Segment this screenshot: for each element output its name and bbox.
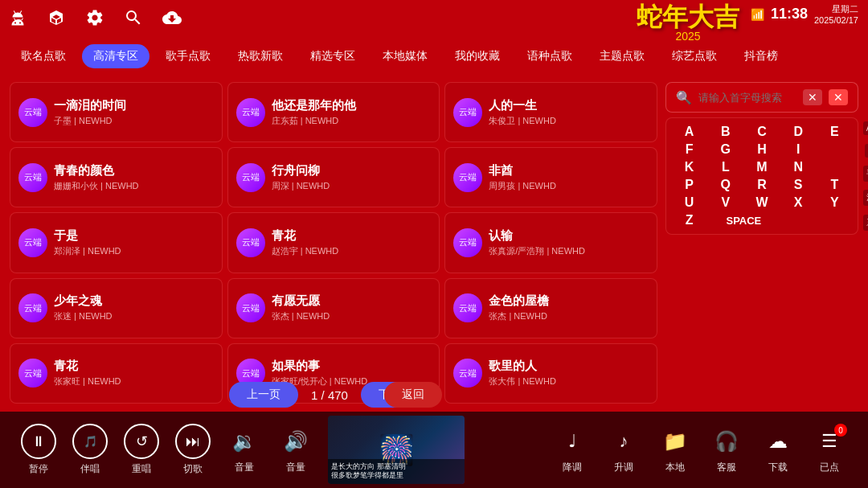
song-card[interactable]: 云端 行舟问柳 周深 | NEWHD: [227, 147, 440, 207]
queue-button[interactable]: ☰ 0 已点: [804, 425, 855, 474]
date-display: 2025/02/17: [814, 15, 858, 25]
key-v-button[interactable]: V: [709, 195, 742, 210]
key-t-button[interactable]: T: [818, 178, 851, 192]
settings-icon[interactable]: [84, 6, 106, 29]
song-card[interactable]: 云端 认输 张真源/严浩翔 | NEWHD: [444, 212, 657, 273]
category-tab[interactable]: 歌手点歌: [154, 44, 222, 68]
song-card[interactable]: 云端 有愿无愿 张杰 | NEWHD: [227, 278, 440, 338]
queue-label: 已点: [820, 461, 839, 474]
song-title: 行舟问柳: [272, 163, 432, 178]
key-d-button[interactable]: D: [782, 125, 815, 139]
key-y-button[interactable]: Y: [818, 195, 851, 210]
song-info: 金色的屋檐 张杰 | NEWHD: [489, 293, 649, 322]
category-tab[interactable]: 我的收藏: [444, 44, 511, 68]
backing-button[interactable]: 🎵 伴唱: [64, 424, 116, 476]
key-a-button[interactable]: A: [673, 125, 706, 139]
key-z-button[interactable]: Z: [673, 213, 706, 228]
keyboard-mode-123[interactable]: 123: [865, 144, 868, 158]
song-artist: 周男孩 | NEWHD: [489, 180, 649, 192]
song-card[interactable]: 云端 一滴泪的时间 子墨 | NEWHD: [10, 82, 223, 142]
search-close-button[interactable]: ✕: [829, 89, 848, 105]
category-tab[interactable]: 主题点歌: [588, 44, 656, 68]
back-button[interactable]: 返回: [384, 382, 442, 408]
song-card[interactable]: 云端 非酋 周男孩 | NEWHD: [444, 147, 657, 207]
key-h-button[interactable]: H: [745, 142, 778, 157]
song-card[interactable]: 云端 于是 郑润泽 | NEWHD: [10, 212, 223, 273]
song-card[interactable]: 云端 青春的颜色 姗姗和小伙 | NEWHD: [10, 147, 223, 207]
keyboard-mode-系统[interactable]: 系统: [863, 215, 868, 231]
key-c-button[interactable]: C: [745, 125, 778, 139]
key-k-button[interactable]: K: [673, 160, 706, 174]
category-tab[interactable]: 歌名点歌: [10, 44, 77, 68]
volume-up-button[interactable]: 🔊 音量: [270, 425, 321, 474]
song-title: 非酋: [489, 163, 649, 178]
song-card[interactable]: 云端 青花 赵浩宇 | NEWHD: [227, 212, 440, 273]
key-l-button[interactable]: L: [709, 160, 742, 174]
next-song-button[interactable]: ⏭ 切歌: [167, 424, 219, 476]
song-title: 他还是那年的他: [272, 98, 432, 113]
category-tab[interactable]: 本地媒体: [371, 44, 439, 68]
category-tab[interactable]: 精选专区: [299, 44, 366, 68]
replay-button[interactable]: ↺ 重唱: [116, 424, 167, 476]
song-title: 认输: [489, 228, 649, 244]
box-icon[interactable]: [45, 6, 68, 29]
local-button[interactable]: 📁 本地: [649, 425, 701, 474]
key-up-button[interactable]: ♪ 升调: [598, 425, 649, 474]
volume-down-button[interactable]: 🔉 音量: [219, 425, 270, 474]
song-card[interactable]: 云端 少年之魂 张迷 | NEWHD: [10, 278, 223, 338]
search-input[interactable]: [698, 92, 796, 104]
volume-up-label: 音量: [286, 461, 305, 474]
logo-text: 蛇年大吉: [637, 4, 739, 30]
category-tab[interactable]: 高清专区: [82, 44, 149, 68]
key-f-button[interactable]: F: [673, 142, 706, 157]
key-u-button[interactable]: U: [673, 195, 706, 210]
android-icon[interactable]: [6, 6, 29, 29]
keyboard-mode-注音[interactable]: 注音: [863, 190, 868, 206]
song-info: 青花 赵浩宇 | NEWHD: [272, 228, 432, 257]
song-card[interactable]: 云端 金色的屋檐 张杰 | NEWHD: [444, 278, 657, 338]
pause-button[interactable]: ⏸ 暂停: [13, 424, 64, 476]
key-q-button[interactable]: Q: [709, 178, 742, 192]
key-b-button[interactable]: B: [709, 125, 742, 139]
song-artist: 赵浩宇 | NEWHD: [272, 245, 432, 257]
key-e-button[interactable]: E: [818, 125, 851, 139]
key-space-button[interactable]: SPACE: [709, 213, 778, 228]
song-info: 人的一生 朱俊卫 | NEWHD: [489, 98, 649, 127]
key-p-button[interactable]: P: [673, 178, 706, 192]
replay-label: 重唱: [132, 462, 151, 476]
download-button[interactable]: ☁ 下载: [752, 425, 804, 474]
song-card[interactable]: 云端 人的一生 朱俊卫 | NEWHD: [444, 82, 657, 142]
song-title: 青花: [54, 359, 214, 374]
keyboard-mode-手写[interactable]: 手写: [863, 166, 868, 182]
prev-page-button[interactable]: 上一页: [229, 382, 298, 408]
keyboard-mode-ABC[interactable]: ABC: [863, 121, 868, 135]
key-down-button[interactable]: ♩ 降调: [547, 425, 598, 474]
key-down-label: 降调: [563, 461, 582, 474]
logo-sub: 2025: [637, 30, 739, 43]
key-m-button[interactable]: M: [745, 160, 778, 174]
key-i-button[interactable]: I: [782, 142, 815, 157]
service-label: 客服: [717, 461, 736, 474]
song-card[interactable]: 云端 他还是那年的他 庄东茹 | NEWHD: [227, 82, 440, 142]
service-button[interactable]: 🎧 客服: [701, 425, 752, 474]
search-panel: 🔍 ✕ ✕ ABCDEFGHIKLMNPQRSTUVWXYZSPACE ABC1…: [665, 82, 858, 235]
search-clear-button[interactable]: ✕: [803, 89, 822, 105]
cloud-badge: 云端: [236, 98, 265, 127]
key-n-button[interactable]: N: [782, 160, 815, 174]
key-x-button[interactable]: X: [782, 195, 815, 210]
key-g-button[interactable]: G: [709, 142, 742, 157]
category-tab[interactable]: 综艺点歌: [661, 44, 728, 68]
key-w-button[interactable]: W: [745, 195, 778, 210]
search-icon[interactable]: [122, 6, 145, 29]
search-box: 🔍 ✕ ✕: [665, 82, 858, 113]
download-cloud-icon[interactable]: [161, 6, 183, 29]
volume-up-icon: 🔊: [280, 425, 312, 457]
song-title: 歌里的人: [489, 359, 649, 374]
video-text-1: 是长大的方向 那塞清明: [331, 462, 461, 472]
category-tab[interactable]: 抖音榜: [733, 44, 789, 68]
category-tab[interactable]: 热歌新歌: [227, 44, 294, 68]
key-r-button[interactable]: R: [745, 178, 778, 192]
key-s-button[interactable]: S: [782, 178, 815, 192]
category-tab[interactable]: 语种点歌: [516, 44, 583, 68]
song-info: 于是 郑润泽 | NEWHD: [54, 228, 214, 257]
